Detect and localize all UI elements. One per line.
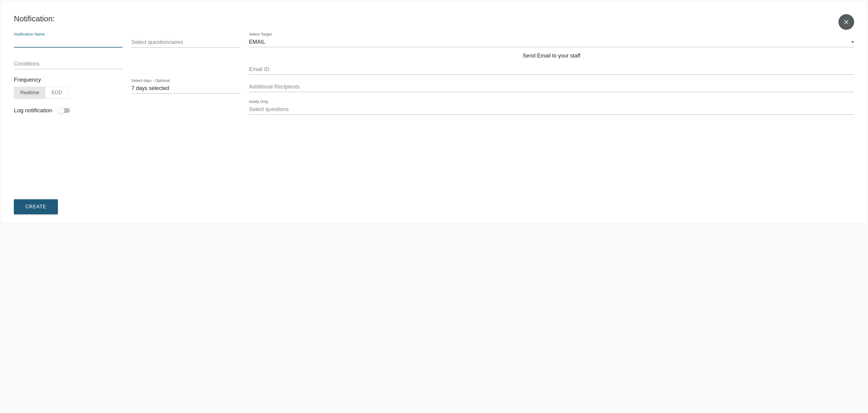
log-notification-label: Log notification: [14, 107, 53, 114]
chevron-down-icon: [851, 41, 854, 43]
select-target-dropdown[interactable]: EMAIL: [249, 37, 854, 47]
left-column: Notification Name Frequency Realtime EOD…: [14, 32, 122, 122]
toggle-knob: [58, 107, 64, 114]
frequency-eod-button[interactable]: EOD: [45, 87, 68, 98]
close-icon: [843, 19, 849, 25]
notification-name-input[interactable]: [14, 37, 122, 47]
create-button[interactable]: CREATE: [14, 199, 58, 214]
frequency-label: Frequency: [14, 76, 122, 83]
additional-recipients-input[interactable]: [249, 82, 854, 92]
select-questionnaires-input[interactable]: [131, 37, 240, 47]
frequency-realtime-button[interactable]: Realtime: [14, 87, 45, 98]
select-days-label: Select days - Optional: [131, 78, 240, 83]
email-id-input[interactable]: [249, 64, 854, 75]
select-target-value: EMAIL: [249, 39, 265, 45]
notify-only-label: Notify Only: [249, 99, 854, 104]
send-email-helper: Send Email to your staff: [249, 53, 854, 59]
middle-column: Select days - Optional 7 days selected: [131, 32, 240, 122]
select-days-value: 7 days selected: [131, 85, 169, 92]
right-column: Select Target EMAIL Send Email to your s…: [249, 32, 854, 122]
conditions-input[interactable]: [14, 59, 122, 69]
page-title: Notification:: [14, 14, 854, 24]
notification-panel: Notification: Notification Name Frequenc…: [2, 2, 866, 223]
frequency-toggle: Realtime EOD: [14, 87, 68, 99]
close-button[interactable]: [838, 14, 854, 30]
select-questions-input[interactable]: [249, 104, 854, 115]
notification-name-label: Notification Name: [14, 32, 122, 36]
log-notification-toggle[interactable]: [59, 108, 70, 113]
select-days-dropdown[interactable]: 7 days selected: [131, 83, 240, 94]
select-target-label: Select Target: [249, 32, 854, 36]
